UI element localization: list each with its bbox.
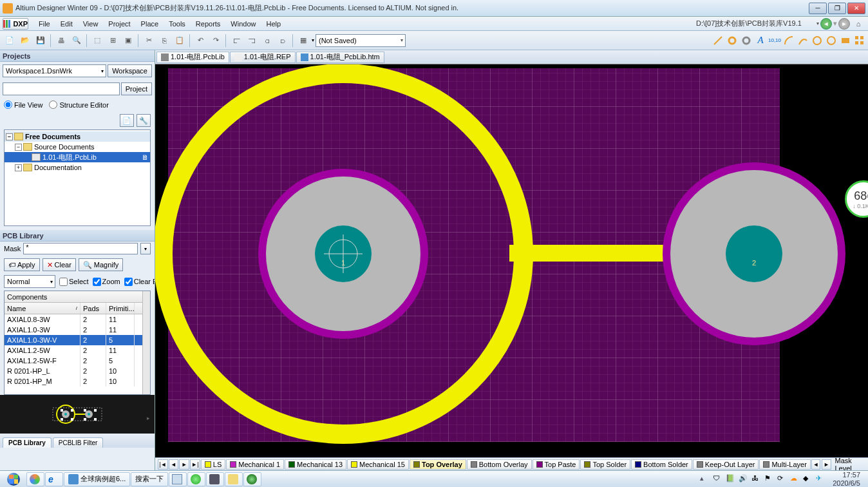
tray-sync-icon[interactable]: ⟳ [777,474,788,484]
layer-tab[interactable]: Keep-Out Layer [693,459,759,470]
component-row[interactable]: AXIAL1.2-5W-F25 [5,356,150,366]
component-row[interactable]: R 0201-HP_L210 [5,366,150,376]
pcb-canvas[interactable]: 1 2 68% ↓ 0.1K/s ☺ [155,64,868,457]
close-button[interactable]: ✕ [847,3,865,14]
place-via-icon[interactable] [741,35,752,46]
project-refresh-button[interactable]: 🔧 [137,114,151,127]
menu-view[interactable]: View [78,19,104,29]
tray-shield-icon[interactable]: 🛡 [713,474,723,484]
layer-tab[interactable]: Bottom Solder [631,459,692,470]
mask-input[interactable]: * [23,243,138,254]
col-name[interactable]: Name/ [5,303,80,314]
layer-nav-first[interactable]: |◄ [158,459,168,470]
col-pads[interactable]: Pads [80,303,106,314]
doc-tab-1[interactable]: 1.01-电阻.REP [230,52,296,63]
print-button[interactable]: 🖶 [54,33,68,48]
mask-level-button[interactable]: Mask Level [833,457,865,470]
layer-tab[interactable]: Top Overlay [410,459,466,470]
project-options-button[interactable]: 📄 [120,114,134,127]
zoom-fit-button[interactable]: ⊞ [106,33,120,48]
doc-tab-2[interactable]: 1.01-电阻_PcbLib.htm [296,52,384,63]
tree-source[interactable]: −Source Documents [5,142,150,152]
nav-back-button[interactable]: ◄ [820,18,832,30]
save-button[interactable]: 💾 [33,33,48,48]
tree-file[interactable]: 1.01-电阻.PcbLib🗎 [5,152,150,162]
project-button[interactable]: Project [121,82,152,95]
menu-edit[interactable]: Edit [55,19,78,29]
task-1[interactable]: 搜索一下 [131,472,168,486]
tray-app2-icon[interactable]: ◆ [803,474,813,484]
align-bot-button[interactable]: ⫐ [276,33,290,48]
tray-app-icon[interactable]: 📗 [726,474,736,484]
layer-nav-scroll-r[interactable]: ► [822,459,831,470]
clear-button[interactable]: ✕Clear [42,258,76,271]
tree-root[interactable]: −Free Documents [5,131,150,142]
pinned-calc[interactable] [169,472,187,486]
layer-tab[interactable]: Multi-Layer [759,459,810,470]
component-row[interactable]: AXIAL1.2-5W211 [5,345,150,356]
copy-button[interactable]: ⎘ [157,33,171,48]
menu-project[interactable]: Project [103,19,135,29]
tab-pcblib-filter[interactable]: PCBLIB Filter [53,437,104,448]
tray-app3-icon[interactable]: ✈ [816,474,826,484]
minimize-button[interactable]: ─ [809,3,827,14]
components-grid[interactable]: Components Name/ Pads Primiti... AXIAL0.… [4,291,151,395]
snap-combo[interactable]: (Not Saved) [316,34,406,47]
project-name-box[interactable] [3,82,120,95]
zoom-checkbox[interactable]: Zoom [93,278,120,286]
panel-splitter[interactable]: ▸ [147,415,153,421]
redo-button[interactable]: ↷ [209,33,223,48]
doc-tab-0[interactable]: 1.01-电阻.PcbLib [156,52,229,63]
component-row[interactable]: AXIAL0.8-3W211 [5,314,150,325]
menu-reports[interactable]: Reports [191,19,226,29]
maximize-button[interactable]: ❐ [828,3,846,14]
apply-button[interactable]: 🏷Apply [4,258,40,271]
place-rect-icon[interactable] [840,35,851,46]
structure-editor-radio[interactable]: Structure Editor [49,100,108,109]
taskbar-clock[interactable]: 17:57 2020/6/5 [829,471,864,486]
menu-tools[interactable]: Tools [164,19,191,29]
file-view-radio[interactable]: File View [4,100,42,109]
tray-network-icon[interactable]: 🖧 [751,474,762,484]
menu-window[interactable]: Window [225,19,261,29]
grid-scrollbar[interactable] [142,291,150,394]
workspace-button[interactable]: Workspace [108,64,152,77]
zoom-sel-button[interactable]: ▣ [121,33,135,48]
tray-show-hidden[interactable]: ▴ [700,474,710,484]
new-button[interactable]: 📄 [3,33,17,48]
pinned-browser[interactable] [187,472,205,486]
align-top-button[interactable]: ⫏ [260,33,274,48]
layer-tab[interactable]: Bottom Overlay [467,459,532,470]
nav-fwd-button[interactable]: ► [838,18,850,30]
pinned-ie[interactable]: e [45,472,63,486]
open-button[interactable]: 📂 [18,33,32,48]
select-checkbox[interactable]: Select [59,278,89,286]
place-pad-icon[interactable] [726,35,738,46]
align-right-button[interactable]: ⫎ [245,33,259,48]
tray-flag-icon[interactable]: ⚑ [764,474,775,484]
cut-button[interactable]: ✂ [142,33,156,48]
menu-help[interactable]: Help [261,19,286,29]
layer-tab[interactable]: Top Paste [533,459,580,470]
tray-volume-icon[interactable]: 🔊 [739,474,749,484]
layer-ls[interactable]: LS [201,459,225,470]
place-array-icon[interactable] [854,35,865,46]
normal-combo[interactable]: Normal [4,275,55,288]
tree-documentation[interactable]: +Documentation [5,162,150,173]
layer-nav-last[interactable]: ►| [190,459,200,470]
mask-dropdown[interactable]: ▾ [140,243,151,254]
paste-button[interactable]: 📋 [173,33,187,48]
layer-tab[interactable]: Top Solder [580,459,630,470]
tab-pcb-library[interactable]: PCB Library [3,437,52,448]
nav-home-button[interactable]: ⌂ [851,17,865,31]
place-coord-icon[interactable]: 10,10 [769,35,780,46]
preview-button[interactable]: 🔍 [70,33,84,48]
menu-place[interactable]: Place [136,19,164,29]
dxp-menu-button[interactable]: DXP [3,18,28,30]
menu-file[interactable]: File [33,19,55,29]
pinned-app-1[interactable] [26,472,44,486]
start-button[interactable] [1,472,26,487]
pinned-app-2[interactable] [243,472,261,486]
layer-tab[interactable]: Mechanical 13 [285,459,346,470]
task-altium[interactable] [206,472,224,486]
